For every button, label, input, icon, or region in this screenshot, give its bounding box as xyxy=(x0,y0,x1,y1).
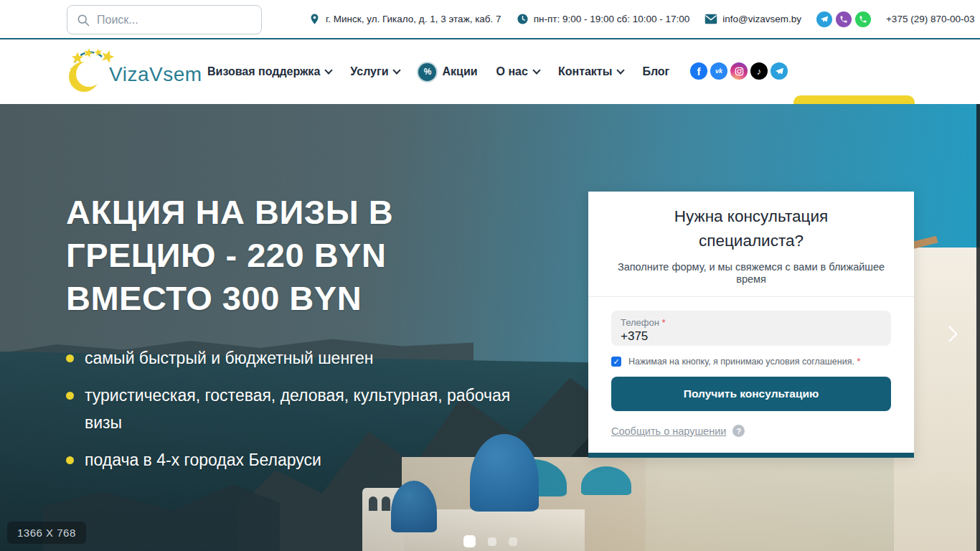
bullet-text: подача в 4-х городах Беларуси xyxy=(85,446,321,474)
bullet-text: самый быстрый и бюджетный шенген xyxy=(85,344,374,372)
menu-label: О нас xyxy=(496,65,528,78)
menu-label: Блог xyxy=(642,65,669,78)
phone-input[interactable] xyxy=(621,329,882,344)
slider-dot-2[interactable] xyxy=(488,537,496,546)
logo-text: VizaVsem xyxy=(109,63,202,86)
agreement-row: ✓ Нажимая на кнопку, я принимаю условия … xyxy=(611,357,891,367)
hero-right-edge xyxy=(976,104,980,551)
address-item: г. Минск, ул. Гикало, д. 1, 3 этаж, каб.… xyxy=(308,13,501,25)
card-subtitle: Заполните форму, и мы свяжемся с вами в … xyxy=(603,261,900,286)
hero-slider: АКЦИЯ НА ВИЗЫ В ГРЕЦИЮ - 220 BYN ВМЕСТО … xyxy=(0,104,980,551)
phone-label-text: Телефон xyxy=(621,317,659,328)
menu-about[interactable]: О нас xyxy=(496,65,540,78)
report-abuse-link[interactable]: Сообщить о нарушении xyxy=(611,425,726,437)
report-row: Сообщить о нарушении ? xyxy=(611,425,891,437)
bullet-dot-icon xyxy=(66,354,74,362)
main-menu: Визовая поддержка Услуги % Акции О нас К… xyxy=(207,39,669,104)
hero-title: АКЦИЯ НА ВИЗЫ В ГРЕЦИЮ - 220 BYN ВМЕСТО … xyxy=(66,191,532,320)
chevron-down-icon xyxy=(393,66,401,74)
phone-item[interactable]: +375 (29) 870-00-03 xyxy=(886,14,974,24)
slider-dot-3[interactable] xyxy=(509,537,517,546)
tiktok-icon[interactable]: ♪ xyxy=(750,62,768,80)
bullet-text: туристическая, гостевая, деловая, культу… xyxy=(85,382,540,436)
menu-label: Контакты xyxy=(558,65,612,78)
help-question-icon[interactable]: ? xyxy=(732,425,745,437)
phone-field-label: Телефон * xyxy=(621,317,666,328)
phone-text[interactable]: +375 (29) 870-00-03 xyxy=(886,14,974,24)
nav-telegram-icon[interactable] xyxy=(771,62,788,80)
whatsapp-icon[interactable] xyxy=(855,11,871,27)
chevron-down-icon xyxy=(325,66,333,74)
phone-field[interactable]: Телефон * xyxy=(611,311,891,346)
required-asterisk: * xyxy=(662,317,666,328)
hero-bullet: туристическая, гостевая, деловая, культу… xyxy=(66,382,540,436)
topbar-socials xyxy=(816,11,871,27)
instagram-icon[interactable] xyxy=(730,62,748,80)
search-input[interactable] xyxy=(97,14,253,27)
hours-item: пн-пт: 9:00 - 19:00 сб: 10:00 - 17:00 xyxy=(517,13,690,25)
logo[interactable]: VizaVsem xyxy=(65,48,202,95)
menu-label: Визовая поддержка xyxy=(207,65,320,78)
address-text: г. Минск, ул. Гикало, д. 1, 3 этаж, каб.… xyxy=(326,14,501,24)
facebook-icon[interactable]: f xyxy=(690,62,707,80)
required-asterisk: * xyxy=(857,357,860,367)
telegram-icon[interactable] xyxy=(816,11,832,27)
hours-text: пн-пт: 9:00 - 19:00 сб: 10:00 - 17:00 xyxy=(534,14,690,24)
consultation-card: Нужна консультация специалиста? Заполнит… xyxy=(588,192,914,458)
search-icon xyxy=(76,13,90,27)
bullet-dot-icon xyxy=(66,456,74,464)
slider-dots xyxy=(0,535,980,547)
menu-blog[interactable]: Блог xyxy=(642,65,669,78)
nav-socials: f vk ♪ xyxy=(690,62,788,80)
main-navbar: VizaVsem Визовая поддержка Услуги % Акци… xyxy=(0,39,980,104)
menu-label: Акции xyxy=(442,65,477,78)
email-text[interactable]: info@vizavsem.by xyxy=(722,14,801,24)
card-title: Нужна консультация специалиста? xyxy=(630,204,872,253)
agreement-text-main: Нажимая на кнопку, я принимаю условия со… xyxy=(628,357,854,367)
bullet-dot-icon xyxy=(66,392,74,400)
get-consultation-button[interactable]: Получить консультацию xyxy=(611,377,891,411)
envelope-icon xyxy=(705,14,717,24)
vk-icon[interactable]: vk xyxy=(710,62,727,80)
menu-promotions[interactable]: % Акции xyxy=(418,63,477,81)
clock-icon xyxy=(517,13,529,25)
menu-services[interactable]: Услуги xyxy=(350,65,400,78)
agreement-text: Нажимая на кнопку, я принимаю условия со… xyxy=(628,357,860,367)
hero-bullet: самый быстрый и бюджетный шенген xyxy=(66,344,540,372)
search-box[interactable] xyxy=(67,5,262,34)
contact-strip: г. Минск, ул. Гикало, д. 1, 3 этаж, каб.… xyxy=(308,0,974,38)
card-divider xyxy=(588,296,914,297)
chevron-right-icon xyxy=(941,325,958,342)
menu-label: Услуги xyxy=(350,65,388,78)
location-pin-icon xyxy=(308,13,321,25)
menu-contacts[interactable]: Контакты xyxy=(558,65,623,78)
viber-icon[interactable] xyxy=(836,11,852,27)
hero-bullet-list: самый быстрый и бюджетный шенген туристи… xyxy=(66,344,540,484)
email-item[interactable]: info@vizavsem.by xyxy=(705,14,801,24)
chevron-down-icon xyxy=(532,66,540,74)
slider-dot-1[interactable] xyxy=(463,535,476,547)
slider-next-button[interactable] xyxy=(936,319,962,348)
chevron-down-icon xyxy=(617,66,625,74)
hero-bullet: подача в 4-х городах Беларуси xyxy=(66,446,540,474)
menu-visa-support[interactable]: Визовая поддержка xyxy=(207,65,331,78)
agreement-checkbox[interactable]: ✓ xyxy=(611,357,621,367)
top-bar: г. Минск, ул. Гикало, д. 1, 3 этаж, каб.… xyxy=(0,0,980,39)
resolution-badge: 1366 X 768 xyxy=(7,522,86,544)
percent-badge-icon: % xyxy=(418,63,436,81)
